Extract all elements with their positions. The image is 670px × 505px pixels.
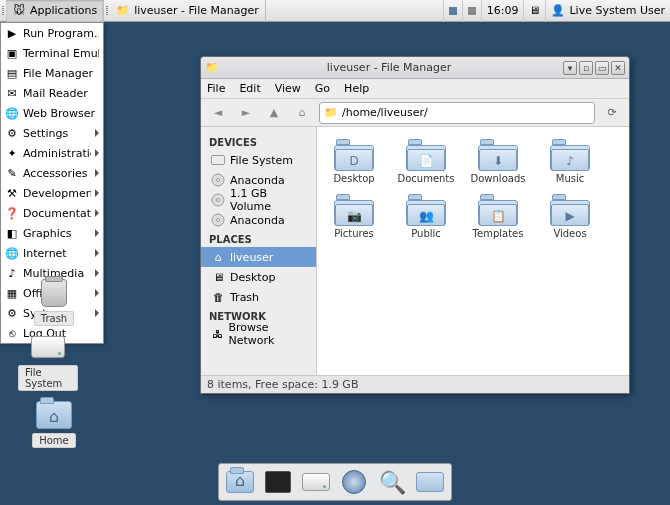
menu-item-run-program[interactable]: ▶Run Program... [1, 23, 103, 43]
menu-view[interactable]: View [275, 82, 301, 95]
applications-label: Applications [30, 4, 97, 17]
folder-icon: ▶ [550, 192, 590, 226]
desktop-icon-filesystem[interactable]: File System [18, 332, 78, 391]
sidebar-item-label: File System [230, 154, 293, 167]
desktop-icon-home[interactable]: Home [24, 400, 84, 448]
tray-icon[interactable] [462, 0, 481, 22]
sidebar-item-label: 1.1 GB Volume [230, 187, 308, 213]
menu-item-graphics[interactable]: ◧Graphics [1, 223, 103, 243]
applications-menu-button[interactable]: 🐭 Applications [6, 0, 104, 22]
svg-point-4 [217, 179, 220, 182]
roll-button[interactable]: ▭ [595, 61, 609, 75]
svg-rect-1 [468, 7, 476, 15]
submenu-arrow-icon [95, 149, 99, 157]
dock-item-search[interactable]: 🔍 [377, 467, 407, 497]
top-panel: 🐭 Applications 📁 liveuser - File Manager… [0, 0, 670, 22]
menu-item-terminal-emulator[interactable]: ▣Terminal Emulator [1, 43, 103, 63]
menu-item-label: Internet [23, 247, 91, 260]
folder-label: Videos [553, 228, 586, 239]
home-nav-button[interactable]: ⌂ [291, 103, 313, 123]
sidebar-item-file-system[interactable]: File System [201, 150, 316, 170]
folder-icon: 📁 [205, 61, 219, 75]
sidebar-item-1-1-gb-volume[interactable]: 1.1 GB Volume [201, 190, 316, 210]
submenu-arrow-icon [95, 229, 99, 237]
sidebar: DEVICESFile SystemAnaconda1.1 GB VolumeA… [201, 127, 317, 375]
dock-item-terminal[interactable] [263, 467, 293, 497]
sidebar-item-browse-network[interactable]: 🖧Browse Network [201, 324, 316, 344]
menu-item-icon: ⚙ [5, 126, 19, 140]
menu-help[interactable]: Help [344, 82, 369, 95]
folder-documents[interactable]: 📄Documents [397, 137, 455, 184]
svg-point-6 [217, 199, 220, 202]
folder-public[interactable]: 👥Public [397, 192, 455, 239]
menu-item-label: Documentation [23, 207, 91, 220]
desktop-icon-label: Trash [34, 311, 74, 326]
folder-downloads[interactable]: ⬇Downloads [469, 137, 527, 184]
menu-edit[interactable]: Edit [239, 82, 260, 95]
menu-item-accessories[interactable]: ✎Accessories [1, 163, 103, 183]
dock-item-filemanager[interactable] [225, 467, 255, 497]
forward-button[interactable]: ► [235, 103, 257, 123]
menu-item-label: Administration [23, 147, 91, 160]
folder-music[interactable]: ♪Music [541, 137, 599, 184]
cd-icon [211, 173, 225, 187]
menu-item-icon: ⚙ [5, 306, 19, 320]
menu-item-web-browser[interactable]: 🌐Web Browser [1, 103, 103, 123]
back-button[interactable]: ◄ [207, 103, 229, 123]
display-icon[interactable]: 🖥 [523, 0, 545, 22]
submenu-arrow-icon [95, 249, 99, 257]
menu-file[interactable]: File [207, 82, 225, 95]
submenu-arrow-icon [95, 269, 99, 277]
minimize-button[interactable]: ▾ [563, 61, 577, 75]
folder-label: Templates [473, 228, 524, 239]
menu-item-icon: ▶ [5, 26, 19, 40]
menu-item-documentation[interactable]: ❓Documentation [1, 203, 103, 223]
menu-go[interactable]: Go [315, 82, 330, 95]
taskbar-item[interactable]: 📁 liveuser - File Manager [110, 0, 265, 22]
sidebar-item-label: Anaconda [230, 174, 285, 187]
menu-item-internet[interactable]: 🌐Internet [1, 243, 103, 263]
close-button[interactable]: ✕ [611, 61, 625, 75]
menu-item-label: Development [23, 187, 91, 200]
menu-item-label: Terminal Emulator [23, 47, 99, 60]
window-title: liveuser - File Manager [219, 61, 559, 74]
folder-videos[interactable]: ▶Videos [541, 192, 599, 239]
maximize-button[interactable]: ▫ [579, 61, 593, 75]
menu-item-development[interactable]: ⚒Development [1, 183, 103, 203]
menu-item-icon: ❓ [5, 206, 19, 220]
menu-item-file-manager[interactable]: ▤File Manager [1, 63, 103, 83]
submenu-arrow-icon [95, 189, 99, 197]
up-button[interactable]: ▲ [263, 103, 285, 123]
toolbar: ◄ ► ▲ ⌂ 📁 ⟳ [201, 99, 629, 127]
folder-icon: ⬇ [478, 137, 518, 171]
menu-item-mail-reader[interactable]: ✉Mail Reader [1, 83, 103, 103]
folder-label: Pictures [334, 228, 374, 239]
dock-item-browser[interactable] [339, 467, 369, 497]
folder-desktop[interactable]: DDesktop [325, 137, 383, 184]
sidebar-item-desktop[interactable]: 🖥Desktop [201, 267, 316, 287]
folder-icon: 📋 [478, 192, 518, 226]
sidebar-item-anaconda[interactable]: Anaconda [201, 210, 316, 230]
user-menu[interactable]: 👤 Live System User [545, 0, 670, 22]
dock-item-folder[interactable] [415, 467, 445, 497]
dock-item-drive[interactable] [301, 467, 331, 497]
sidebar-item-liveuser[interactable]: ⌂liveuser [201, 247, 316, 267]
path-input[interactable] [342, 106, 590, 119]
titlebar[interactable]: 📁 liveuser - File Manager ▾ ▫ ▭ ✕ [201, 57, 629, 79]
folder-icon: 📄 [406, 137, 446, 171]
menu-item-administration[interactable]: ✦Administration [1, 143, 103, 163]
submenu-arrow-icon [95, 169, 99, 177]
menu-item-settings[interactable]: ⚙Settings [1, 123, 103, 143]
sidebar-header: PLACES [201, 230, 316, 247]
desktop-icon-trash[interactable]: Trash [24, 278, 84, 326]
folder-pictures[interactable]: 📷Pictures [325, 192, 383, 239]
folder-icon: 📁 [324, 106, 338, 120]
folder-templates[interactable]: 📋Templates [469, 192, 527, 239]
reload-button[interactable]: ⟳ [601, 102, 623, 124]
menu-item-icon: ♪ [5, 266, 19, 280]
tray-icon[interactable] [443, 0, 462, 22]
sidebar-item-trash[interactable]: 🗑Trash [201, 287, 316, 307]
content-pane[interactable]: DDesktop📄Documents⬇Downloads♪Music📷Pictu… [317, 127, 629, 375]
clock[interactable]: 16:09 [481, 0, 524, 22]
folder-icon: 📷 [334, 192, 374, 226]
